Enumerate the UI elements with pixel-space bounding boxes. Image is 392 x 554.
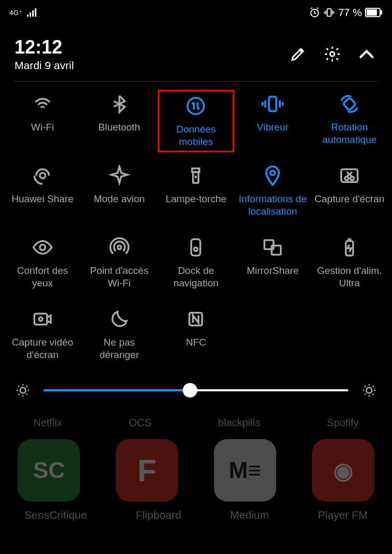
tile-airplane[interactable]: Mode avion xyxy=(81,162,158,224)
svg-rect-1 xyxy=(328,9,331,17)
tile-screenshot[interactable]: Capture d'écran xyxy=(311,162,388,224)
collapse-icon[interactable] xyxy=(358,45,375,63)
network-type-label: 4G⁺ xyxy=(9,9,23,17)
svg-point-25 xyxy=(20,388,26,393)
tile-screen-record[interactable]: Capture vidéo d'écran xyxy=(4,305,81,367)
header-divider xyxy=(13,81,379,82)
svg-rect-12 xyxy=(341,169,358,182)
tile-nfc[interactable]: NFC xyxy=(158,305,235,367)
tile-location[interactable]: Informations de localisation xyxy=(234,162,311,224)
tile-mirrorshare[interactable]: MirrorShare xyxy=(234,233,311,296)
tile-bluetooth[interactable]: Bluetooth xyxy=(81,90,158,152)
svg-point-15 xyxy=(40,245,46,250)
airplane-icon xyxy=(109,165,130,187)
svg-rect-8 xyxy=(343,98,356,111)
svg-point-6 xyxy=(188,98,205,114)
app-icon-medium: M≡ xyxy=(214,439,276,502)
tile-huawei-share[interactable]: Huawei Share xyxy=(4,162,81,224)
svg-point-13 xyxy=(345,177,348,180)
quick-settings-grid: Wi-FiBluetoothDonnées mobilesVibreurRota… xyxy=(0,85,392,367)
vibrate-status-icon xyxy=(323,7,335,18)
brightness-slider[interactable] xyxy=(44,389,348,391)
alarm-icon xyxy=(309,7,320,18)
hotspot-icon xyxy=(109,236,130,258)
tile-label: NFC xyxy=(186,336,206,349)
tile-vibrate[interactable]: Vibreur xyxy=(234,90,311,152)
time-label: 12:12 xyxy=(15,36,289,58)
status-right: 77 % xyxy=(309,7,383,19)
tile-label: Huawei Share xyxy=(11,193,73,205)
record-icon xyxy=(32,308,53,330)
torch-icon xyxy=(185,165,207,187)
brightness-auto-icon[interactable] xyxy=(361,382,377,399)
svg-rect-3 xyxy=(367,9,377,16)
rotate-icon xyxy=(339,93,360,115)
svg-point-26 xyxy=(367,388,372,393)
date-label: Mardi 9 avril xyxy=(15,59,289,72)
status-bar: 4G⁺ 77 % xyxy=(0,0,392,23)
brightness-slider-fill xyxy=(44,389,190,391)
svg-point-14 xyxy=(350,177,354,180)
tile-label: Wi-Fi xyxy=(31,121,54,134)
tile-eye-comfort[interactable]: Confort des yeux xyxy=(4,233,81,296)
tile-label: Informations de localisation xyxy=(236,193,309,218)
tile-wifi[interactable]: Wi-Fi xyxy=(4,90,81,152)
eye-icon xyxy=(32,236,53,258)
datetime-block: 12:12 Mardi 9 avril xyxy=(15,36,289,72)
bg-app-label: Flipboard xyxy=(136,509,182,521)
battery-percent-label: 77 % xyxy=(338,7,362,19)
scissors-icon xyxy=(339,165,360,187)
tile-label: Dock de navigation xyxy=(159,265,232,289)
nfc-icon xyxy=(185,308,207,330)
tile-label: Capture vidéo d'écran xyxy=(6,336,79,361)
battery-icon xyxy=(339,236,360,258)
signal-icon xyxy=(26,7,39,18)
data-icon xyxy=(185,95,207,117)
bluetooth-icon xyxy=(109,93,130,115)
svg-rect-4 xyxy=(381,10,382,15)
tile-mobile-data[interactable]: Données mobiles xyxy=(158,90,235,152)
dock-icon xyxy=(185,236,207,258)
bg-app-label: blackpills xyxy=(218,417,260,429)
moon-icon xyxy=(109,308,130,330)
tile-hotspot[interactable]: Point d'accès Wi-Fi xyxy=(81,233,158,296)
home-screen-dimmed: NetflixOCSblackpillsSpotify SC F M≡ ◉ Se… xyxy=(0,415,392,554)
bg-app-label: Player FM xyxy=(318,509,368,521)
tile-autorotate[interactable]: Rotation automatique xyxy=(311,90,388,152)
tile-label: MirrorShare xyxy=(247,265,299,277)
app-icon-flipboard: F xyxy=(116,439,178,502)
brightness-low-icon xyxy=(15,382,31,399)
svg-point-23 xyxy=(39,318,43,321)
app-icon-senscritique: SC xyxy=(18,439,80,502)
svg-point-9 xyxy=(40,173,46,179)
bg-app-label: Medium xyxy=(230,509,269,521)
bg-app-label: Netflix xyxy=(33,417,62,429)
svg-rect-7 xyxy=(269,97,276,111)
tile-label: Bluetooth xyxy=(99,121,140,134)
tile-label: Point d'accès Wi-Fi xyxy=(83,265,156,289)
edit-icon[interactable] xyxy=(289,45,307,63)
tile-label: Données mobiles xyxy=(159,123,232,148)
svg-point-16 xyxy=(117,246,121,249)
tile-label: Capture d'écran xyxy=(315,193,385,205)
tile-power-mgmt[interactable]: Gestion d'alim. Ultra xyxy=(311,233,388,296)
settings-icon[interactable] xyxy=(323,45,341,63)
tile-label: Vibreur xyxy=(257,121,289,134)
vibrate-icon xyxy=(262,93,283,115)
bg-app-label: SensCritique xyxy=(24,509,87,521)
bg-app-label: OCS xyxy=(129,417,151,429)
tile-nav-dock[interactable]: Dock de navigation xyxy=(158,233,235,296)
svg-point-11 xyxy=(271,170,275,175)
tile-label: Confort des yeux xyxy=(6,265,79,289)
svg-rect-22 xyxy=(34,314,47,325)
tile-label: Gestion d'alim. Ultra xyxy=(313,265,386,289)
tile-label: Mode avion xyxy=(94,193,145,205)
mirror-icon xyxy=(262,236,283,258)
brightness-slider-thumb[interactable] xyxy=(183,383,197,398)
wifi-icon xyxy=(32,93,53,115)
tile-dnd[interactable]: Ne pas déranger xyxy=(81,305,158,367)
tile-label: Ne pas déranger xyxy=(83,336,156,361)
tile-flashlight[interactable]: Lampe-torche xyxy=(158,162,235,224)
panel-header: 12:12 Mardi 9 avril xyxy=(0,23,392,81)
bg-app-labels-row2: SensCritiqueFlipboardMediumPlayer FM xyxy=(0,502,392,521)
